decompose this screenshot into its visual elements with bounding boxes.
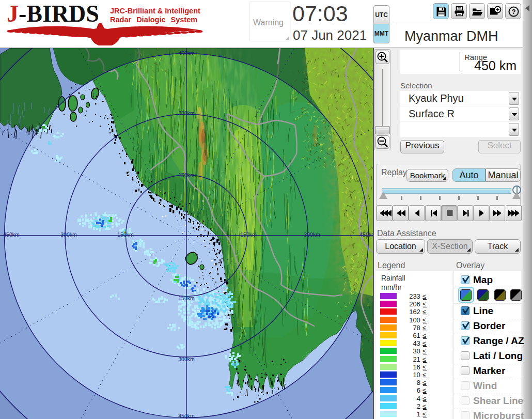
svg-text:300km: 300km [304,231,320,238]
svg-text:450km: 450km [3,231,20,238]
svg-text:-BIRDS: -BIRDS [19,1,99,27]
svg-text:450km: 450km [178,50,195,56]
svg-text:300km: 300km [178,356,195,362]
svg-text:150km: 150km [178,295,195,301]
svg-text:450km: 450km [178,413,195,419]
svg-text:450km: 450km [359,231,373,238]
svg-text:150km: 150km [240,231,257,238]
svg-text:150km: 150km [178,172,195,178]
svg-text:J: J [7,1,19,27]
svg-text:150km: 150km [117,231,134,238]
svg-text:300km: 300km [178,110,195,116]
svg-text:300km: 300km [60,231,77,238]
svg-text:?: ? [512,8,516,15]
svg-text:Radar Dialogic System: Radar Dialogic System [110,15,197,24]
svg-text:JRC-Brilliant & Intelligent: JRC-Brilliant & Intelligent [110,7,200,15]
